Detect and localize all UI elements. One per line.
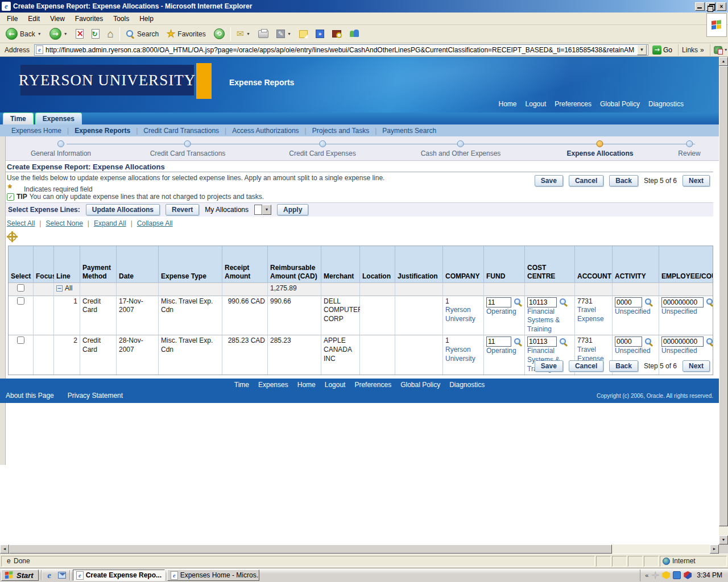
scroll-up-icon[interactable]: ▲ xyxy=(719,57,728,66)
menu-tools[interactable]: Tools xyxy=(109,14,134,24)
next-button[interactable]: Next xyxy=(682,360,710,372)
history-button[interactable]: ⟲ xyxy=(212,27,227,40)
home-button[interactable]: ⌂ xyxy=(105,27,116,40)
go-button[interactable]: → Go xyxy=(651,45,676,55)
quicklaunch-ie-icon[interactable]: e xyxy=(44,570,55,580)
footer-nav-global-policy[interactable]: Global Policy xyxy=(400,381,440,389)
mail-dropdown-icon[interactable]: ▼ xyxy=(246,32,250,36)
collapse-node-icon[interactable] xyxy=(56,285,63,292)
nav-global-policy[interactable]: Global Policy xyxy=(600,100,640,108)
menu-help[interactable]: Help xyxy=(135,14,158,24)
vertical-scrollbar[interactable]: ▲ ▼ xyxy=(719,57,728,544)
subnav-payments-search[interactable]: Payments Search xyxy=(377,127,442,135)
train-step-cash-and-other-expenses[interactable]: Cash and Other Expenses xyxy=(421,140,501,157)
footer-nav-preferences[interactable]: Preferences xyxy=(354,381,391,389)
web-assistant-dropdown-icon[interactable]: ▼ xyxy=(724,48,728,52)
activity-input[interactable] xyxy=(615,336,642,347)
scroll-down-icon[interactable]: ▼ xyxy=(719,535,728,544)
employee-input[interactable] xyxy=(661,336,704,347)
notes-button[interactable] xyxy=(297,29,310,39)
menu-favorites[interactable]: Favorites xyxy=(71,14,107,24)
subnav-credit-card-transactions[interactable]: Credit Card Transactions xyxy=(138,127,225,135)
allocations-dropdown[interactable]: ▼ xyxy=(254,205,271,215)
scroll-left-icon[interactable]: ◄ xyxy=(0,544,9,554)
next-button[interactable]: Next xyxy=(682,175,710,186)
mail-button[interactable]: ✉ ▼ xyxy=(234,27,253,40)
favorites-button[interactable]: ★ Favorites xyxy=(164,27,208,41)
start-button[interactable]: Start xyxy=(1,569,39,581)
vertical-scroll-thumb[interactable] xyxy=(719,66,728,526)
edit-button[interactable]: ✎ ▼ xyxy=(274,28,293,39)
minimize-button[interactable] xyxy=(695,2,705,11)
links-button[interactable]: Links » xyxy=(678,44,708,56)
allocations-dropdown-field[interactable] xyxy=(254,205,262,215)
menu-edit[interactable]: Edit xyxy=(23,14,44,24)
back-step-button[interactable]: Back xyxy=(609,175,638,186)
cost-centre-input[interactable] xyxy=(527,336,557,347)
menu-view[interactable]: View xyxy=(46,14,69,24)
apply-button[interactable]: Apply xyxy=(277,204,308,215)
cost-centre-lov-icon[interactable] xyxy=(559,298,568,306)
cancel-button[interactable]: Cancel xyxy=(569,175,603,186)
fund-lov-icon[interactable] xyxy=(514,298,522,306)
nav-logout[interactable]: Logout xyxy=(526,100,547,108)
select-none-link[interactable]: Select None xyxy=(46,219,82,227)
about-this-page-link[interactable]: About this Page xyxy=(6,392,54,400)
employee-lov-icon[interactable] xyxy=(706,298,713,306)
fund-lov-icon[interactable] xyxy=(514,338,522,346)
tray-app-icon[interactable] xyxy=(651,571,659,579)
train-step-credit-card-transactions[interactable]: Credit Card Transactions xyxy=(150,140,226,157)
print-button[interactable] xyxy=(256,29,271,39)
tab-expenses[interactable]: Expenses xyxy=(35,113,82,124)
tray-network-icon[interactable] xyxy=(673,571,681,579)
back-dropdown-icon[interactable]: ▼ xyxy=(38,32,42,36)
expand-all-link[interactable]: Expand All xyxy=(94,219,126,227)
tray-chevron-icon[interactable]: « xyxy=(645,572,648,579)
horizontal-scrollbar[interactable]: ◄ ► xyxy=(0,544,719,554)
train-step-credit-card-expenses[interactable]: Credit Card Expenses xyxy=(289,140,355,157)
quicklaunch-outlook-express-icon[interactable] xyxy=(57,570,67,580)
revert-button[interactable]: Revert xyxy=(166,204,199,215)
taskbar-window-expenses-home[interactable]: e Expenses Home - Micros... xyxy=(167,569,259,581)
footer-nav-home[interactable]: Home xyxy=(297,381,316,389)
tray-antivirus-icon[interactable] xyxy=(684,571,692,579)
save-button[interactable]: Save xyxy=(535,175,563,186)
nav-home[interactable]: Home xyxy=(499,100,517,108)
subnav-expenses-home[interactable]: Expenses Home xyxy=(6,127,67,135)
select-all-checkbox[interactable] xyxy=(17,284,24,292)
address-dropdown-icon[interactable]: ▼ xyxy=(637,45,647,55)
close-button[interactable]: × xyxy=(717,2,726,11)
web-assistant-button[interactable]: ▼ xyxy=(710,44,728,56)
subnav-access-authorizations[interactable]: Access Authorizations xyxy=(226,127,304,135)
tray-security-alert-icon[interactable] xyxy=(662,571,670,579)
search-button[interactable]: Search xyxy=(123,28,161,40)
stop-button[interactable] xyxy=(73,28,86,40)
cost-centre-input[interactable] xyxy=(527,297,557,307)
fund-input[interactable] xyxy=(486,297,511,307)
restore-button[interactable] xyxy=(706,2,715,11)
update-allocations-button[interactable]: Update Allocations xyxy=(86,204,160,215)
subnav-projects-and-tasks[interactable]: Projects and Tasks xyxy=(307,127,375,135)
footer-nav-diagnostics[interactable]: Diagnostics xyxy=(449,381,485,389)
collapse-all-link[interactable]: Collapse All xyxy=(137,219,173,227)
row-select-checkbox[interactable] xyxy=(17,297,24,305)
forward-button[interactable]: → ▼ xyxy=(47,27,70,41)
chevron-down-icon[interactable]: ▼ xyxy=(262,205,271,215)
horizontal-scroll-thumb[interactable] xyxy=(9,544,612,554)
forward-dropdown-icon[interactable]: ▼ xyxy=(64,32,68,36)
scroll-right-icon[interactable]: ► xyxy=(710,544,719,554)
footer-nav-expenses[interactable]: Expenses xyxy=(258,381,288,389)
back-step-button[interactable]: Back xyxy=(609,360,638,372)
menu-file[interactable]: File xyxy=(2,14,22,24)
footer-nav-logout[interactable]: Logout xyxy=(325,381,346,389)
cost-centre-lov-icon[interactable] xyxy=(559,338,568,346)
subnav-expense-reports[interactable]: Expense Reports xyxy=(69,127,136,135)
taskbar-window-create-expense-report[interactable]: e Create Expense Repo... xyxy=(73,569,165,581)
refresh-button[interactable] xyxy=(89,28,102,40)
tab-time[interactable]: Time xyxy=(3,113,34,124)
activity-input[interactable] xyxy=(615,297,642,307)
cancel-button[interactable]: Cancel xyxy=(569,360,603,372)
edit-dropdown-icon[interactable]: ▼ xyxy=(287,32,291,36)
messenger-button[interactable] xyxy=(347,28,362,39)
train-step-review[interactable]: Review xyxy=(678,140,700,157)
